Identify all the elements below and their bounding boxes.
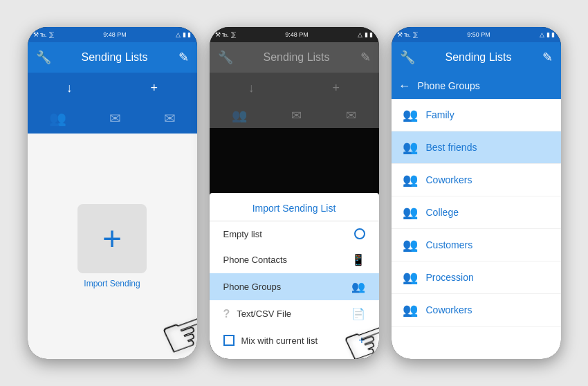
import-area: + Import Sending — [28, 134, 197, 359]
group-item-procession[interactable]: 👥 Procession — [392, 261, 561, 294]
app-bar-1: 🔧 Sending Lists ✎ — [28, 42, 197, 73]
status-icons-right-1: △ ▮ ▮ — [176, 31, 191, 38]
phone-icon: 📱 — [351, 253, 365, 266]
group-people-icon-customers: 👥 — [403, 237, 418, 252]
empty-list-label: Empty list — [223, 229, 262, 239]
status-time-1: 9:48 PM — [103, 31, 127, 38]
app-title-1: Sending Lists — [81, 51, 147, 64]
dialog-item-empty[interactable]: Empty list — [210, 221, 379, 246]
group-people-icon-coworkers2: 👥 — [403, 302, 418, 318]
group-item-bestfriends[interactable]: 👥 Best friends — [392, 131, 561, 164]
phone-groups-bar: ← Phone Groups — [392, 73, 561, 99]
group-item-coworkers1[interactable]: 👥 Coworkers — [392, 164, 561, 196]
groups-list: 👥 Family 👥 Best friends 👥 Coworkers 👥 Co… — [392, 99, 561, 359]
group-name-bestfriends: Best friends — [426, 142, 477, 153]
app-title-2: Sending Lists — [263, 51, 329, 64]
phone2-content: Import Sending List Empty list Phone Con… — [210, 128, 379, 359]
status-icons-left-1: ⚒ ℡ ⅀ — [33, 31, 54, 38]
mix-checkbox — [223, 335, 235, 346]
icon-bar-2: ↓ + — [210, 73, 379, 103]
group-item-customers[interactable]: 👥 Customers — [392, 229, 561, 261]
status-bar-1: ⚒ ℡ ⅀ 9:48 PM △ ▮ ▮ — [28, 27, 197, 42]
dialog-item-groups[interactable]: Phone Groups 👥 — [210, 273, 379, 300]
csv-left: ? Text/CSV File — [223, 308, 292, 320]
pencil-icon-3[interactable]: ✎ — [542, 50, 553, 65]
status-time-2: 9:48 PM — [285, 31, 309, 38]
wrench-icon-3[interactable]: 🔧 — [400, 50, 415, 65]
group-item-coworkers2[interactable]: 👥 Coworkers — [392, 294, 561, 327]
tab-bar-1: ↓ + — [28, 73, 197, 103]
mail-tab-icon[interactable]: ✉ — [109, 110, 121, 127]
app-bar-3: 🔧 Sending Lists ✎ — [392, 42, 561, 73]
group-name-customers: Customers — [426, 239, 473, 250]
import-dialog: Import Sending List Empty list Phone Con… — [210, 193, 379, 359]
group-people-icon-coworkers1: 👥 — [403, 172, 418, 187]
phone1-content: + Import Sending ☞ — [28, 134, 197, 359]
group-people-icon-college: 👥 — [403, 205, 418, 220]
dialog-item-csv[interactable]: ? Text/CSV File 📄 — [210, 300, 379, 327]
phone-contacts-label: Phone Contacts — [223, 255, 288, 265]
mail-tab-2: ✉ — [291, 108, 302, 123]
dialog-item-mix[interactable]: Mix with current list + — [210, 327, 379, 353]
group-item-family[interactable]: 👥 Family — [392, 99, 561, 131]
mix-icon: + — [358, 334, 365, 347]
group-name-coworkers1: Coworkers — [426, 174, 472, 185]
app-bar-2: 🔧 Sending Lists ✎ — [210, 42, 379, 73]
dialog-item-contacts[interactable]: Phone Contacts 📱 — [210, 246, 379, 273]
icon-bar-1: 👥 ✉ ✉ — [28, 103, 197, 134]
groups-icon: 👥 — [351, 280, 365, 293]
mix-label: Mix with current list — [241, 336, 318, 346]
tab-down-icon[interactable]: ↓ — [66, 81, 73, 95]
plus-icon: + — [102, 222, 122, 255]
group-people-icon-procession: 👥 — [403, 270, 418, 285]
status-bar-2: ⚒ ℡ ⅀ 9:48 PM △ ▮ ▮ — [210, 27, 379, 42]
send-tab-2: ✉ — [346, 108, 356, 123]
phone-2: ⚒ ℡ ⅀ 9:48 PM △ ▮ ▮ 🔧 Sending Lists ✎ ↓ … — [210, 27, 379, 359]
groups-bar-title: Phone Groups — [418, 80, 480, 91]
question-mark-icon: ? — [223, 308, 230, 320]
status-icons-left-3: ⚒ ℡ ⅀ — [397, 31, 418, 38]
send-tab-icon[interactable]: ✉ — [164, 110, 176, 127]
people-tab-icon[interactable]: 👥 — [49, 110, 66, 127]
file-icon: 📄 — [351, 307, 365, 320]
down-icon-2: ↓ — [248, 81, 255, 95]
plus-icon-2: + — [333, 81, 340, 95]
import-label: Import Sending — [84, 279, 140, 288]
dialog-title: Import Sending List — [210, 193, 379, 221]
back-icon[interactable]: ← — [398, 79, 411, 93]
group-name-family: Family — [426, 109, 454, 120]
mix-left: Mix with current list — [223, 335, 318, 346]
wrench-icon-2[interactable]: 🔧 — [218, 50, 233, 65]
pencil-icon-2[interactable]: ✎ — [360, 50, 371, 65]
wrench-icon-1[interactable]: 🔧 — [36, 50, 51, 65]
phone-3: ⚒ ℡ ⅀ 9:50 PM △ ▮ ▮ 🔧 Sending Lists ✎ ← … — [392, 27, 561, 359]
group-name-procession: Procession — [426, 272, 474, 283]
pencil-icon-1[interactable]: ✎ — [178, 50, 189, 65]
csv-label: Text/CSV File — [237, 309, 291, 319]
status-time-3: 9:50 PM — [467, 31, 490, 38]
tab-icons-2: 👥 ✉ ✉ — [210, 103, 379, 128]
status-icons-right-2: △ ▮ ▮ — [358, 31, 373, 38]
phone-1: ⚒ ℡ ⅀ 9:48 PM △ ▮ ▮ 🔧 Sending Lists ✎ ↓ … — [28, 27, 197, 359]
status-bar-3: ⚒ ℡ ⅀ 9:50 PM △ ▮ ▮ — [392, 27, 561, 42]
people-tab-2: 👥 — [232, 108, 247, 123]
group-name-college: College — [426, 207, 459, 218]
group-name-coworkers2: Coworkers — [426, 304, 472, 315]
import-button-box[interactable]: + — [77, 204, 147, 273]
phone-groups-label: Phone Groups — [223, 282, 282, 292]
status-icons-left-2: ⚒ ℡ ⅀ — [215, 31, 236, 38]
app-title-3: Sending Lists — [445, 51, 511, 64]
status-icons-right-3: △ ▮ ▮ — [540, 31, 555, 38]
group-people-icon-bestfriends: 👥 — [403, 140, 418, 155]
tab-plus-icon[interactable]: + — [151, 81, 158, 95]
group-people-icon-family: 👥 — [403, 107, 418, 122]
empty-list-icon — [354, 228, 365, 239]
group-item-college[interactable]: 👥 College — [392, 196, 561, 229]
